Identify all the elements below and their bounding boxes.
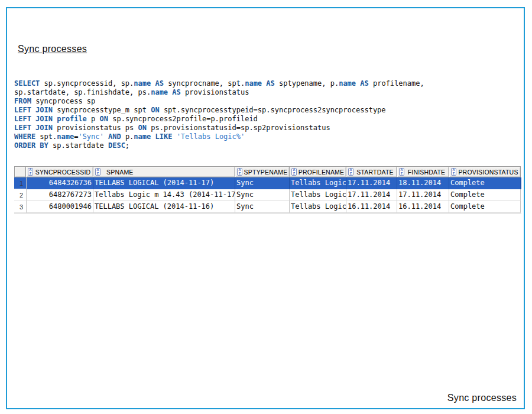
sql-keyword: name bbox=[134, 132, 151, 141]
table-cell: Tellabs Logic bbox=[290, 201, 346, 213]
table-cell: 16.11.2014 bbox=[346, 201, 397, 213]
sql-text: spt. bbox=[35, 132, 57, 141]
grid-corner-cell bbox=[14, 166, 26, 177]
table-cell: Complete bbox=[449, 189, 521, 201]
sql-line: WHERE spt.name='Sync' AND p.name LIKE 'T… bbox=[14, 132, 424, 141]
sql-keyword: AS bbox=[155, 79, 163, 88]
sql-text: sp.syncprocessid, sp. bbox=[40, 79, 134, 88]
column-header-label: SPNAME bbox=[102, 169, 233, 176]
sql-keyword: WHERE bbox=[14, 132, 35, 141]
column-header-label: SYNCPROCESSID bbox=[34, 169, 92, 176]
table-cell: Tellabs Logic bbox=[290, 177, 346, 189]
sql-keyword: DESC bbox=[108, 141, 125, 150]
table-row[interactable]: 16484326736TELLABS LOGICAL (2014-11-17)S… bbox=[14, 177, 521, 189]
sql-keyword: name bbox=[134, 79, 151, 88]
sql-keyword: LIKE bbox=[155, 132, 173, 141]
sql-text: sp.syncprocess2profile=p.profileid bbox=[108, 115, 258, 123]
sort-az-icon: AZ bbox=[348, 168, 353, 176]
sql-line: sp.startdate, sp.finishdate, ps.name AS … bbox=[14, 88, 424, 97]
row-number[interactable]: 1 bbox=[14, 177, 26, 189]
row-number[interactable]: 3 bbox=[14, 201, 26, 213]
column-header-spname[interactable]: AZSPNAME bbox=[93, 166, 235, 177]
sort-az-icon: AZ bbox=[451, 168, 456, 176]
sql-text: ps.provisionstatusid=sp.sp2provisionstat… bbox=[147, 124, 330, 132]
column-header-label: SPTYPENAME bbox=[244, 169, 288, 176]
sql-text bbox=[151, 132, 155, 141]
sql-keyword: SELECT bbox=[14, 79, 40, 88]
sort-z-letter: Z bbox=[97, 172, 99, 176]
sort-az-icon: AZ bbox=[399, 168, 404, 176]
sql-text: provisionstatus ps bbox=[53, 124, 138, 132]
sql-keyword: AND bbox=[108, 132, 121, 141]
table-cell: Tellabs Logic m 14.43 (2014-11-17) bbox=[93, 189, 235, 201]
table-cell: Tellabs Logic bbox=[290, 189, 346, 201]
table-cell: TELLABS LOGICAL (2014-11-16) bbox=[93, 201, 235, 213]
sql-string: 'Sync' bbox=[78, 132, 103, 141]
sql-line: ORDER BY sp.startdate DESC; bbox=[14, 141, 424, 150]
sql-text: provisionstatus bbox=[181, 88, 249, 96]
table-cell: 6484326736 bbox=[26, 177, 93, 189]
column-header-provisionstatus[interactable]: AZPROVISIONSTATUS bbox=[449, 166, 521, 177]
table-cell: Sync bbox=[235, 201, 290, 213]
column-header-startdate[interactable]: AZSTARTDATE bbox=[346, 166, 397, 177]
sql-text: syncprocesstype_m spt bbox=[53, 106, 151, 114]
sql-line: SELECT sp.syncprocessid, sp.name AS sync… bbox=[14, 79, 424, 88]
table-cell: 17.11.2014 bbox=[397, 189, 449, 201]
sort-z-letter: Z bbox=[453, 172, 455, 176]
sql-keyword: name bbox=[57, 132, 74, 141]
sql-keyword: profile bbox=[57, 115, 87, 123]
sql-line: LEFT JOIN provisionstatus ps ON ps.provi… bbox=[14, 124, 424, 132]
sql-keyword: AS bbox=[360, 79, 368, 88]
column-header-profilename[interactable]: AZPROFILENAME bbox=[290, 166, 346, 177]
sql-text: spt.syncprocesstypeid=sp.syncprocess2syn… bbox=[160, 106, 386, 114]
table-row[interactable]: 26482767273Tellabs Logic m 14.43 (2014-1… bbox=[14, 189, 521, 201]
sql-keyword: name bbox=[245, 79, 262, 88]
sort-z-letter: Z bbox=[239, 172, 241, 176]
column-header-finishdate[interactable]: AZFINISHDATE bbox=[397, 166, 449, 177]
sql-keyword: FROM bbox=[14, 97, 31, 105]
sql-keyword: AS bbox=[172, 88, 180, 96]
sql-keyword: ON bbox=[100, 115, 108, 123]
row-number[interactable]: 2 bbox=[14, 189, 26, 201]
sort-z-letter: Z bbox=[30, 172, 31, 176]
column-header-label: STARTDATE bbox=[355, 169, 395, 176]
sql-text bbox=[104, 132, 108, 141]
table-cell: TELLABS LOGICAL (2014-11-17) bbox=[93, 177, 235, 189]
sort-z-letter: Z bbox=[401, 172, 403, 176]
sort-az-icon: AZ bbox=[28, 168, 33, 176]
sort-az-icon: AZ bbox=[291, 168, 297, 176]
sql-keyword: name bbox=[339, 79, 356, 88]
column-header-syncprocessid[interactable]: AZSYNCPROCESSID bbox=[26, 166, 93, 177]
sort-z-letter: Z bbox=[350, 172, 352, 176]
grid-header-row: AZSYNCPROCESSIDAZSPNAMEAZSPTYPENAMEAZPRO… bbox=[14, 166, 521, 177]
column-header-sptypename[interactable]: AZSPTYPENAME bbox=[235, 166, 290, 177]
sql-text: ; bbox=[125, 141, 129, 150]
sort-z-letter: Z bbox=[293, 172, 295, 176]
sql-keyword: ON bbox=[151, 106, 159, 114]
sql-keyword: LEFT JOIN bbox=[14, 124, 53, 132]
table-cell: Sync bbox=[235, 189, 290, 201]
sort-az-icon: AZ bbox=[237, 168, 242, 176]
sql-keyword: name bbox=[151, 88, 168, 96]
sql-line: FROM syncprocess sp bbox=[14, 97, 424, 106]
table-cell: Complete bbox=[449, 177, 521, 189]
table-row[interactable]: 36480001946TELLABS LOGICAL (2014-11-16)S… bbox=[14, 201, 521, 213]
table-cell: 6480001946 bbox=[26, 201, 93, 213]
sql-text: p. bbox=[121, 132, 134, 141]
sql-line: LEFT JOIN syncprocesstype_m spt ON spt.s… bbox=[14, 106, 424, 115]
sql-keyword: LEFT JOIN bbox=[14, 115, 53, 123]
sql-query: SELECT sp.syncprocessid, sp.name AS sync… bbox=[14, 79, 424, 150]
grid-body: 16484326736TELLABS LOGICAL (2014-11-17)S… bbox=[14, 177, 521, 214]
table-cell: 17.11.2014 bbox=[346, 189, 397, 201]
sql-text: syncprocess sp bbox=[31, 97, 95, 105]
table-cell: 18.11.2014 bbox=[397, 177, 449, 189]
sql-keyword: AS bbox=[266, 79, 274, 88]
sql-text: p bbox=[87, 115, 100, 123]
sql-keyword: LEFT JOIN bbox=[14, 106, 53, 114]
page-frame: Sync processes SELECT sp.syncprocessid, … bbox=[6, 7, 525, 409]
table-cell: 17.11.2014 bbox=[346, 177, 397, 189]
page-title: Sync processes bbox=[18, 44, 87, 54]
column-header-label: PROVISIONSTATUS bbox=[458, 169, 519, 176]
sql-line: LEFT JOIN profile p ON sp.syncprocess2pr… bbox=[14, 115, 424, 124]
sql-keyword: ON bbox=[138, 124, 147, 132]
